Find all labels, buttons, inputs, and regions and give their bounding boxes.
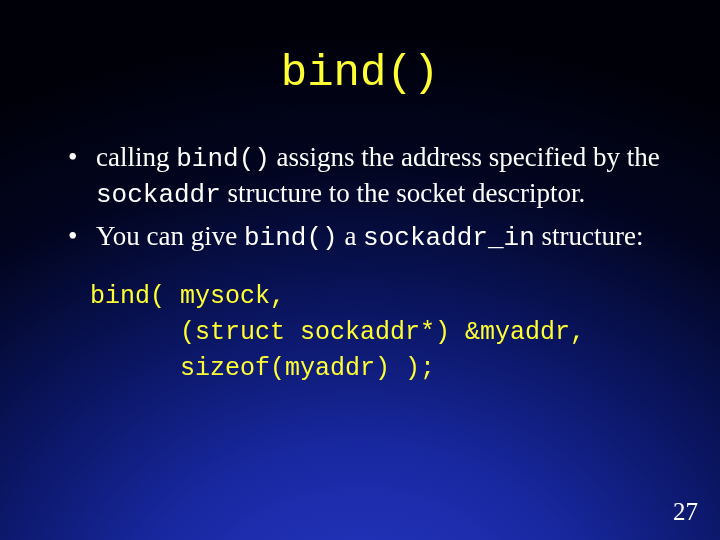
bullet-text: structure: [535,221,644,251]
bullet-item: calling bind() assigns the address speci… [66,140,662,213]
bullet-text: structure to the socket descriptor. [221,178,585,208]
bullet-list: calling bind() assigns the address speci… [66,140,662,255]
inline-code: bind() [244,223,338,253]
inline-code: sockaddr [96,180,221,210]
bullet-item: You can give bind() a sockaddr_in struct… [66,219,662,255]
inline-code: bind() [176,144,270,174]
bullet-text: You can give [96,221,244,251]
code-example: bind( mysock, (struct sockaddr*) &myaddr… [90,279,662,388]
slide-container: bind() calling bind() assigns the addres… [0,0,720,540]
inline-code: sockaddr_in [363,223,535,253]
slide-title: bind() [58,48,662,98]
bullet-text: a [338,221,363,251]
bullet-text: calling [96,142,176,172]
bullet-text: assigns the address specified by the [270,142,660,172]
page-number: 27 [673,498,698,526]
